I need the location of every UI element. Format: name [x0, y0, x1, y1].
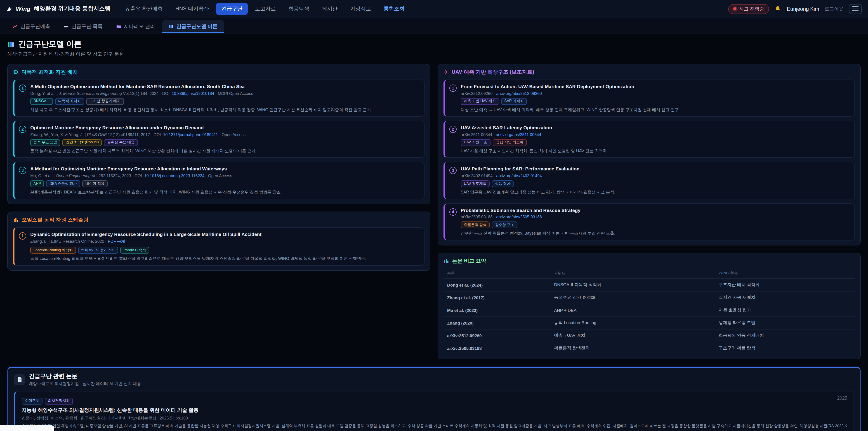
- paper-list: 1 From Forecast to Action: UAV-Based Mar…: [443, 80, 855, 241]
- paper-description: 초고해상도 3차원 연안 해양예측모델, 다중모델 앙상블 기법, AI 기반 …: [22, 424, 847, 429]
- paper-body: Optimized Maritime Emergency Resource Al…: [30, 125, 256, 154]
- tag: 확률론적 탐색: [461, 222, 490, 228]
- table-row: arXiv:2512.09260 예측→UAV 배치 항공탐색 연동 선제배치: [443, 329, 855, 342]
- app-root: Wing 해양환경 위기대응 통합시스템 유출유 확산예측 HNS·대기확산 긴…: [0, 0, 868, 431]
- panel-title: UAV·예측 기반 해상구조 (보조자료): [452, 69, 534, 75]
- top-nav: Wing 해양환경 위기대응 통합시스템 유출유 확산예측 HNS·대기확산 긴…: [0, 0, 868, 18]
- paper-title: Optimized Maritime Emergency Resource Al…: [30, 125, 256, 131]
- paper-title: A Method for Optimizing Maritime Emergen…: [30, 166, 282, 172]
- wing-logo-icon: [6, 6, 13, 12]
- nav-item-board[interactable]: 게시판: [316, 3, 343, 15]
- page-subtitle: 해상 긴급구난 자원 배치·최적화 이론 및 참고 연구 문헌: [7, 51, 861, 57]
- paper-number-badge: 4: [450, 208, 457, 215]
- panel-uav-rescue: ✈ UAV·예측 기반 해상구조 (보조자료) 1 From Forecast …: [438, 64, 861, 245]
- arxiv-link[interactable]: arxiv.org/abs/2511.00844: [496, 132, 541, 137]
- paper-title: 지능형 해양수색구조 의사결정지원시스템: 신속한 대응을 위한 데이터 기술 …: [22, 407, 847, 413]
- related-subtitle: 해양수색구조 의사결정지원 · 실시간 데이터·AI 기반 신속 대응: [29, 381, 141, 387]
- tag: 응답 지연 최소화: [493, 139, 527, 146]
- paper-title: Dynamic Optimization of Emergency Resour…: [30, 231, 366, 237]
- paper-body: UAV-Assisted SAR Latency Optimization ar…: [461, 125, 608, 154]
- main-content: 긴급구난모델 이론 해상 긴급구난 자원 배치·최적화 이론 및 참고 연구 문…: [0, 33, 868, 431]
- tag: 내수면 적용: [82, 180, 107, 187]
- paper-meta-suffix: · MDPI Open Access: [214, 91, 253, 96]
- tab-label: 긴급구난모델 이론: [176, 23, 217, 30]
- nav-item-oil-spread[interactable]: 유출유 확산예측: [120, 3, 168, 15]
- paper-meta: arXiv:2512.09260 · arxiv.org/abs/2512.09…: [461, 91, 680, 96]
- tab-rescue-list[interactable]: 긴급구난 목록: [57, 20, 109, 33]
- keyword-cell: 동적 Location-Routing: [550, 317, 715, 329]
- paper-description: 해상 조난 예측 → UAV 수색 배치 최적화. 예측-행동 연계 프레임워크…: [461, 107, 680, 113]
- tag: UAV 경로계획: [461, 180, 490, 187]
- related-header: 긴급구난 관련 논문 해양수색구조 의사결정지원 · 실시간 데이터·AI 기반…: [14, 372, 854, 387]
- paper-authors: Dong, Y. et al. |: [30, 91, 59, 96]
- nav-item-aerial-search[interactable]: 항공탐색: [283, 3, 315, 15]
- wing-usage-cell: 구조구역 확률 탐색: [715, 342, 855, 355]
- nav-item-reports[interactable]: 보고자료: [250, 3, 281, 15]
- left-column: ⚙ 다목적 최적화 자원 배치 1 A Multi-Objective Opti…: [7, 64, 430, 271]
- menu-button[interactable]: [849, 4, 862, 14]
- app-title: 해양환경 위기대응 통합시스템: [34, 5, 111, 13]
- paper-link[interactable]: Ma et al. (2023): [443, 304, 550, 317]
- doi-link[interactable]: 10.1016/j.oceaneng.2023.116224: [144, 174, 205, 178]
- paper-link[interactable]: Zhang (2020): [443, 317, 550, 329]
- table-row: Ma et al. (2023) AHP + DEA 자원 효율성 평가: [443, 304, 855, 317]
- paper-authors: Ma, Q. et al. |: [30, 174, 56, 178]
- paper-title: UAV-Assisted SAR Latency Optimization: [461, 125, 608, 131]
- paper-link[interactable]: Zhang et al. (2017): [443, 291, 550, 304]
- doi-link[interactable]: 10.1371/journal.pone.0189411: [163, 132, 218, 137]
- paper-detail: 12(12):e0189411, 2017 · DOI:: [107, 132, 163, 137]
- nav-right: 사고 진행중 Eunjeong Kim 로그아웃: [728, 4, 862, 14]
- panel-comparison-header: 논문 비교 요약: [443, 258, 855, 265]
- bar-chart-icon: [13, 217, 19, 222]
- paper-link[interactable]: Dong et al. (2024): [443, 279, 550, 291]
- tag: UAV 지원 구조: [461, 139, 491, 146]
- nav-item-hns[interactable]: HNS·대기확산: [170, 3, 214, 15]
- red-dot-icon: [733, 7, 737, 10]
- tag: 예측 기반 UAV 배치: [461, 98, 499, 105]
- tab-rescue-model-theory[interactable]: 긴급구난모델 이론: [162, 20, 224, 33]
- notification-bell-icon[interactable]: [775, 5, 781, 12]
- related-paper-card: 2025 수색구조 의사결정지원 지능형 해양수색구조 의사결정지원시스템: 신…: [14, 391, 854, 431]
- pdf-link[interactable]: PDF 공개: [108, 239, 125, 244]
- main-nav: 유출유 확산예측 HNS·대기확산 긴급구난 보고자료 항공탐색 게시판 기상정…: [120, 3, 410, 15]
- tag: 강건 최적화(Robust): [63, 139, 102, 146]
- user-name: Eunjeong Kim: [787, 6, 819, 11]
- tag: 하이브리드 휴리스틱: [78, 247, 118, 254]
- paper-journal: PLoS ONE: [87, 132, 107, 137]
- arxiv-link[interactable]: arxiv.org/abs/2402.01494: [496, 174, 542, 178]
- tab-scenario-management[interactable]: 시나리오 관리: [110, 20, 161, 33]
- paper-description: UAV 지원 해상 구조 지연시간 최적화. 통신·처리 지연 모델링 및 UA…: [461, 148, 608, 154]
- paper-title: UAV Path Planning for SAR: Performance E…: [461, 166, 615, 172]
- paper-link[interactable]: arXiv:2505.03188: [443, 342, 550, 355]
- tag-row: AHP DEA 효율성 평가 내수면 적용: [30, 180, 282, 187]
- paper-authors: 김종기, 정해상, 이성숙, 윤종휘 | 한국해양환경·에너지학회 학술대회논문…: [22, 415, 847, 421]
- paper-card: 1 Dynamic Optimization of Emergency Reso…: [13, 227, 425, 266]
- paper-link[interactable]: arXiv:2512.09260: [443, 329, 550, 342]
- paper-body: Dynamic Optimization of Emergency Resour…: [30, 231, 366, 261]
- keyword-cell: 동적수요·강건 최적화: [550, 291, 715, 304]
- panel-oil-spill-scheduling: 오일스필 동적 자원 스케줄링 1 Dynamic Optimization o…: [7, 211, 430, 271]
- nav-item-emergency-rescue[interactable]: 긴급구난: [216, 3, 248, 15]
- nav-item-weather[interactable]: 기상정보: [345, 3, 376, 15]
- arxiv-link[interactable]: arxiv.org/abs/2505.03188: [496, 215, 542, 219]
- paper-number-badge: 3: [19, 167, 26, 174]
- paper-meta: Zhang, L. | LJMU Research Online, 2020 ·…: [30, 239, 366, 245]
- logout-button[interactable]: 로그아웃: [825, 6, 844, 12]
- brand[interactable]: Wing 해양환경 위기대응 통합시스템: [6, 5, 111, 13]
- paper-list: 1 A Multi-Objective Optimization Method …: [13, 80, 425, 199]
- tag: DNSGA-II: [30, 98, 53, 105]
- arxiv-link[interactable]: arxiv.org/abs/2512.09260: [496, 91, 542, 96]
- tab-label: 긴급구난예측: [20, 23, 50, 30]
- doi-link[interactable]: 10.3390/jmse12010184: [172, 91, 214, 96]
- paper-detail: Vol.12(1):184, 2024 · DOI:: [122, 91, 172, 96]
- tag-row: 확률론적 탐색 잠수함 구조: [461, 222, 615, 228]
- panel-multi-objective-header: ⚙ 다목적 최적화 자원 배치: [13, 69, 425, 75]
- paper-journal: Ocean Engineering: [56, 174, 91, 178]
- paper-meta: Ma, Q. et al. | Ocean Engineering Vol.28…: [30, 174, 282, 178]
- paper-body: From Forecast to Action: UAV-Based Marit…: [461, 84, 680, 113]
- folder-icon: [116, 24, 121, 29]
- tab-rescue-prediction[interactable]: 긴급구난예측: [6, 20, 57, 33]
- paper-number-badge: 1: [19, 85, 26, 92]
- nav-item-integrated-search[interactable]: 통합조회: [378, 3, 410, 15]
- tag: Location-Routing 최적화: [30, 247, 76, 254]
